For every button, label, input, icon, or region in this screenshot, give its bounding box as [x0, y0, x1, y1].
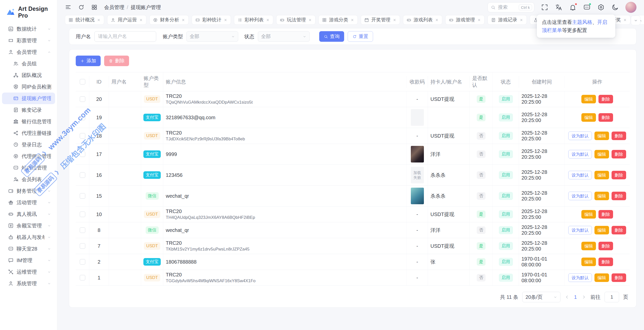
sidebar-item-聊天室28[interactable]: 聊天室28	[2, 243, 55, 255]
language-icon[interactable]	[555, 4, 562, 11]
delete-button[interactable]: 删除	[612, 150, 626, 158]
tab-彩种统计[interactable]: 彩种统计	[192, 15, 231, 25]
row-checkbox[interactable]	[80, 275, 85, 280]
status-select[interactable]: 全部	[258, 31, 310, 42]
sidebar-item-代理佣金管理[interactable]: 代理佣金管理	[2, 150, 55, 162]
sidebar-item-会员管理[interactable]: 会员管理	[2, 46, 55, 58]
row-checkbox[interactable]	[80, 212, 85, 217]
tab-游戏记录[interactable]: 游戏记录	[488, 15, 527, 25]
edit-button[interactable]: 编辑	[581, 95, 596, 103]
delete-button[interactable]: 删除	[612, 226, 626, 234]
reset-button[interactable]: 重置	[348, 31, 373, 42]
row-checkbox[interactable]	[80, 133, 85, 139]
edit-button[interactable]: 编辑	[581, 113, 596, 122]
edit-button[interactable]: 编辑	[594, 132, 609, 140]
global-search[interactable]: 搜索 Ctrl k	[488, 2, 534, 12]
sidebar-item-代理注册链接[interactable]: 代理注册链接	[2, 127, 55, 139]
sidebar-item-登录日志[interactable]: 登录日志	[2, 139, 55, 150]
sidebar-item-IM管理[interactable]: IM管理	[2, 255, 55, 266]
delete-button[interactable]: 删除	[598, 95, 613, 103]
sidebar-item-会员组[interactable]: 会员组	[2, 58, 55, 69]
set-default-button[interactable]: 设为默认	[568, 171, 592, 179]
sidebar-item-站内信管理[interactable]: 站内信管理	[2, 162, 55, 174]
user-avatar[interactable]	[625, 2, 636, 13]
edit-button[interactable]: 编辑	[581, 258, 596, 266]
sidebar-item-团队概况[interactable]: 团队概况	[2, 69, 55, 81]
search-button[interactable]: 查询	[319, 31, 344, 42]
dark-mode-icon[interactable]	[611, 4, 619, 11]
sidebar-item-系统管理[interactable]: 系统管理	[2, 278, 55, 289]
delete-button[interactable]: 删除	[612, 171, 626, 179]
sidebar-item-运维管理[interactable]: 运维管理	[2, 266, 55, 278]
row-checkbox[interactable]	[80, 193, 85, 199]
set-default-button[interactable]: 设为默认	[568, 150, 592, 158]
delete-button[interactable]: 删除	[612, 192, 626, 200]
edit-button[interactable]: 编辑	[594, 226, 609, 234]
row-checkbox[interactable]	[80, 115, 85, 120]
set-default-button[interactable]: 设为默认	[568, 226, 592, 234]
tab-游戏分类[interactable]: 游戏分类	[318, 15, 358, 25]
sidebar-item-财务管理[interactable]: 财务管理	[2, 185, 55, 197]
tab-玩法管理[interactable]: 玩法管理	[276, 15, 315, 25]
tab-财务分析[interactable]: 财务分析	[149, 15, 189, 25]
delete-button[interactable]: 删除	[598, 258, 613, 266]
delete-button[interactable]: 删除	[598, 242, 613, 250]
tooltip-theme-link[interactable]: 主题风格	[572, 19, 592, 25]
current-page[interactable]: 1	[574, 294, 577, 300]
delete-button[interactable]: 删除	[104, 56, 129, 66]
sidebar-item-账变记录[interactable]: 账变记录	[2, 104, 55, 116]
edit-button[interactable]: 编辑	[594, 192, 609, 200]
tab-overflow-button[interactable]	[631, 16, 640, 25]
messages-button[interactable]	[583, 4, 591, 11]
delete-button[interactable]: 删除	[612, 132, 626, 140]
tab-用户运营[interactable]: 用户运营	[107, 15, 146, 25]
sidebar-item-银行信息管理[interactable]: 银行信息管理	[2, 116, 55, 127]
goto-page-input[interactable]	[605, 292, 619, 302]
sidebar-item-同IP会员检测[interactable]: 同IP会员检测	[2, 81, 55, 93]
row-checkbox[interactable]	[80, 151, 85, 157]
settings-icon[interactable]	[597, 4, 605, 11]
sidebar-item-余额宝管理[interactable]: 余额宝管理	[2, 220, 55, 231]
sidebar-item-机器人与发单[interactable]: 机器人与发单	[2, 231, 55, 243]
tab-彩种列表[interactable]: 彩种列表	[234, 15, 273, 25]
breadcrumb-section[interactable]: 会员管理	[104, 4, 124, 11]
row-checkbox[interactable]	[80, 172, 85, 178]
qr-image-blank[interactable]	[411, 109, 424, 126]
edit-button[interactable]: 编辑	[581, 210, 596, 219]
set-default-button[interactable]: 设为默认	[568, 273, 592, 282]
select-all-checkbox[interactable]	[80, 79, 85, 85]
delete-button[interactable]: 删除	[598, 113, 613, 122]
fullscreen-icon[interactable]	[541, 4, 548, 11]
row-checkbox[interactable]	[80, 227, 85, 233]
qr-image[interactable]	[411, 188, 424, 204]
username-input[interactable]	[94, 31, 156, 42]
tab-统计概况[interactable]: 统计概况	[65, 15, 104, 25]
page-size-select[interactable]: 20条/页	[522, 292, 560, 302]
edit-button[interactable]: 编辑	[594, 150, 609, 158]
next-page-button[interactable]	[581, 295, 586, 300]
delete-button[interactable]: 删除	[598, 210, 613, 219]
notifications-button[interactable]	[569, 4, 577, 11]
set-default-button[interactable]: 设为默认	[568, 192, 592, 200]
tab-游戏列表[interactable]: 游戏列表	[403, 15, 442, 25]
add-button[interactable]: 添加	[76, 56, 101, 66]
sidebar-item-会员列表[interactable]: 会员列表	[2, 174, 55, 185]
row-checkbox[interactable]	[80, 243, 85, 249]
qr-image[interactable]	[411, 146, 424, 162]
refresh-icon[interactable]	[78, 4, 85, 11]
sidebar-item-数据统计[interactable]: 数据统计	[2, 23, 55, 35]
edit-button[interactable]: 编辑	[594, 273, 609, 282]
edit-button[interactable]: 编辑	[581, 242, 596, 250]
edit-button[interactable]: 编辑	[594, 171, 609, 179]
delete-button[interactable]: 删除	[612, 273, 626, 282]
sidebar-item-彩票管理[interactable]: 彩票管理	[2, 35, 55, 46]
prev-page-button[interactable]	[565, 295, 570, 300]
row-checkbox[interactable]	[80, 259, 85, 265]
sidebar-item-提现账户管理[interactable]: 提现账户管理	[2, 93, 55, 104]
tab-游戏管理[interactable]: 游戏管理	[445, 15, 485, 25]
sidebar-item-活动管理[interactable]: 活动管理	[2, 197, 55, 208]
account-type-select[interactable]: 全部	[186, 31, 238, 42]
sidebar-item-真人视讯[interactable]: 真人视讯	[2, 208, 55, 220]
tab-开奖管理[interactable]: 开奖管理	[361, 15, 400, 25]
set-default-button[interactable]: 设为默认	[568, 132, 592, 140]
